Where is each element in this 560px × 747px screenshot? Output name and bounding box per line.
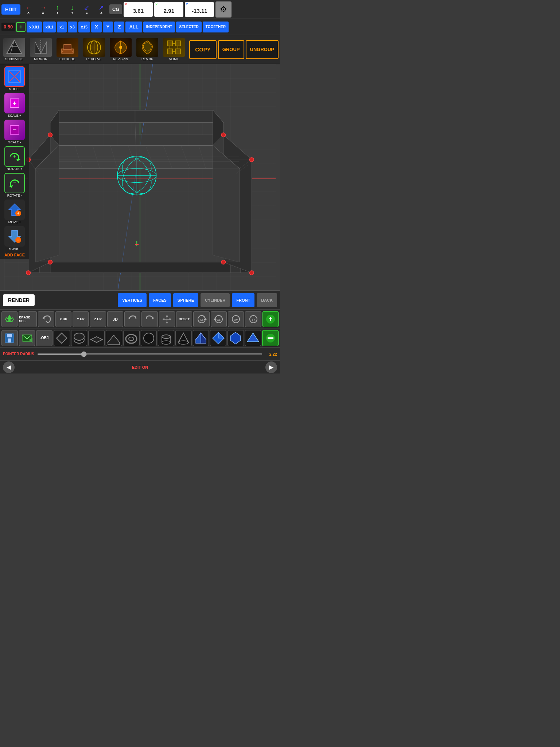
sphere-button[interactable]: SPHERE — [173, 293, 198, 307]
settings-button[interactable]: ⚙ — [215, 1, 232, 18]
shape-flat-button[interactable] — [88, 330, 105, 346]
undo2-button[interactable] — [124, 311, 140, 327]
vertices-button[interactable]: VERTICES — [118, 293, 147, 307]
rotate-y-ccw-button[interactable]: Yk — [245, 311, 261, 327]
independent-button[interactable]: INDEPENDENT — [143, 22, 175, 32]
shape-cylinder-button[interactable] — [158, 330, 174, 346]
shape-pyramid-button[interactable] — [245, 330, 261, 346]
rotate-minus-button[interactable]: − ROTATE - — [1, 172, 28, 198]
scale-x1-button[interactable]: x1 — [57, 22, 66, 32]
scale-x3-button[interactable]: x3 — [68, 22, 77, 32]
erase-sel-button[interactable]: ERASE SEL. — [19, 311, 37, 327]
selected-button[interactable]: SELECTED — [176, 22, 201, 32]
model-icon — [4, 66, 25, 87]
coord-z-wrapper: Z — [185, 2, 214, 17]
save-button[interactable] — [1, 330, 18, 346]
shape-prism-button[interactable] — [193, 330, 209, 346]
scale-x01-button[interactable]: x0.1 — [43, 22, 56, 32]
rev-bf-button[interactable]: REV.BF — [135, 38, 160, 61]
svg-marker-122 — [108, 335, 120, 345]
svg-rect-15 — [167, 41, 172, 46]
shape-gem-button[interactable] — [228, 330, 244, 346]
next-button[interactable]: ▶ — [265, 361, 277, 373]
scale-x001-button[interactable]: x0.01 — [27, 22, 42, 32]
vlink-button[interactable]: VLINK — [161, 38, 186, 61]
extrude-button[interactable]: EXTRUDE — [55, 38, 80, 61]
axis-x-filter-button[interactable]: X — [91, 22, 102, 32]
move-plus-button[interactable]: + MOVE + — [1, 199, 28, 225]
faces-button[interactable]: FACES — [149, 293, 171, 307]
recycle-button[interactable] — [1, 311, 18, 327]
axis-y-filter-button[interactable]: Y — [103, 22, 113, 32]
coord-y-input[interactable] — [154, 2, 183, 17]
revolve-button[interactable]: REVOLVE — [81, 38, 106, 61]
cylinder-button[interactable]: CYLINDER — [201, 293, 230, 307]
rotate-y-cw-button[interactable]: Xy — [228, 311, 244, 327]
counter-plus-button[interactable]: + — [16, 22, 26, 32]
undo-button[interactable] — [38, 311, 54, 327]
together-button[interactable]: TOGETHER — [203, 22, 229, 32]
ungroup-button[interactable]: UNGROUP — [246, 40, 279, 59]
cg-button[interactable]: CG — [109, 4, 122, 14]
copy-button[interactable]: COPY — [189, 40, 217, 59]
axis-x-neg-button[interactable]: ← X — [22, 2, 35, 17]
shape-diamond-button[interactable] — [210, 330, 226, 346]
back-button[interactable]: BACK — [257, 293, 277, 307]
svg-rect-16 — [175, 41, 180, 46]
add-face-button[interactable]: ADD FACE — [1, 252, 28, 258]
rotate-plus-button[interactable]: + ROTATE + — [1, 146, 28, 171]
shape-circle-button[interactable] — [71, 330, 88, 346]
remove-object-button[interactable] — [262, 330, 279, 346]
coord-z-input[interactable] — [185, 2, 214, 17]
add-object-button[interactable]: + — [262, 311, 279, 327]
axis-z-filter-button[interactable]: Z — [114, 22, 124, 32]
3d-button[interactable]: 3D — [107, 311, 123, 327]
x-up-button[interactable]: X UP — [55, 311, 71, 327]
export-button[interactable] — [19, 330, 35, 346]
axis-y-neg-button[interactable]: ↑ Y — [51, 2, 64, 17]
svg-text:Xz: Xz — [200, 318, 203, 321]
coord-x-input[interactable] — [124, 2, 153, 17]
rotate-z-ccw-button[interactable]: Xz — [211, 311, 227, 327]
shape-cone-button[interactable] — [175, 330, 192, 346]
render-button[interactable]: RENDER — [3, 294, 35, 306]
edit-button[interactable]: EDIT — [1, 4, 20, 15]
svg-marker-137 — [247, 333, 259, 342]
reset-button[interactable]: RESET — [176, 311, 192, 327]
obj-button[interactable]: .OBJ — [36, 330, 52, 346]
rotate-z-cw-button[interactable]: Xz — [193, 311, 209, 327]
3d-viewport[interactable] — [0, 64, 280, 293]
svg-marker-4 — [41, 42, 47, 53]
svg-marker-53 — [213, 146, 240, 262]
group-button[interactable]: GROUP — [218, 40, 244, 59]
redo-button[interactable] — [141, 311, 158, 327]
shape-quad-button[interactable] — [54, 330, 70, 346]
svg-marker-55 — [50, 110, 223, 123]
move-minus-label: MOVE - — [9, 247, 20, 251]
scale-plus-button[interactable]: + SCALE + — [1, 92, 28, 118]
prev-button[interactable]: ◀ — [3, 361, 15, 373]
shape-torus-button[interactable] — [123, 330, 140, 346]
model-button[interactable]: MODEL — [1, 66, 28, 92]
axis-y-pos-button[interactable]: ↓ Y — [66, 2, 79, 17]
axis-z-pos-button[interactable]: ↗ Z — [95, 2, 108, 17]
move-button[interactable] — [159, 311, 175, 327]
front-button[interactable]: FRONT — [232, 293, 254, 307]
rev-spin-button[interactable]: REV.SPIN — [108, 38, 133, 61]
scale-toolbar: 0.50 + x0.01 x0.1 x1 x3 x15 X Y Z ALL IN… — [0, 19, 280, 35]
scale-minus-button[interactable]: − SCALE - — [1, 119, 28, 145]
axis-z-neg-button[interactable]: ↙ Z — [80, 2, 93, 17]
svg-point-71 — [249, 271, 254, 275]
pointer-radius-slider[interactable] — [37, 353, 262, 355]
mirror-button[interactable]: MIRROR — [28, 38, 53, 61]
axis-x-pos-button[interactable]: → X — [36, 2, 50, 17]
shape-wedge-button[interactable] — [106, 330, 122, 346]
shape-sphere-button[interactable] — [141, 330, 157, 346]
y-up-button[interactable]: Y UP — [73, 311, 89, 327]
move-minus-button[interactable]: − MOVE - — [1, 225, 28, 251]
subdivide-button[interactable]: SUBDIVIDE — [1, 38, 27, 61]
z-up-button[interactable]: Z UP — [90, 311, 106, 327]
axis-all-filter-button[interactable]: ALL — [125, 22, 142, 32]
svg-marker-48 — [28, 135, 50, 273]
scale-x15-button[interactable]: x15 — [78, 22, 90, 32]
